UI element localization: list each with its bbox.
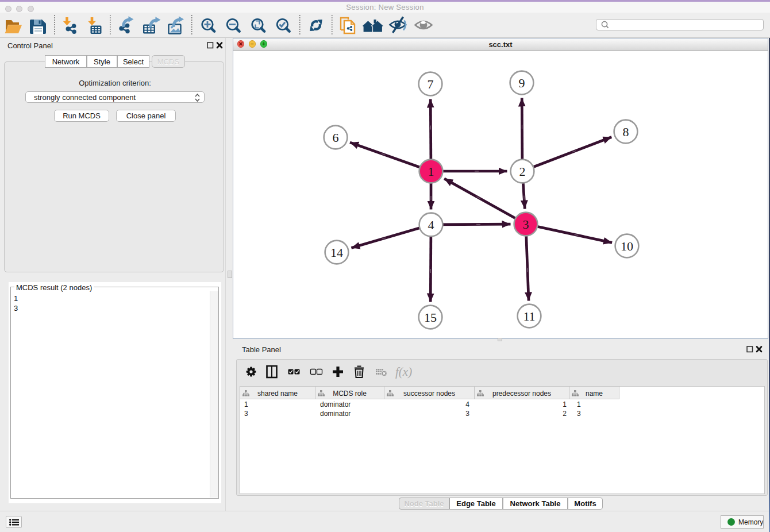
svg-text:2: 2 [519, 164, 526, 179]
svg-text:14: 14 [330, 245, 343, 260]
svg-text:3: 3 [523, 217, 529, 232]
svg-text:6: 6 [333, 130, 339, 145]
svg-text:15: 15 [424, 310, 437, 325]
svg-text:10: 10 [621, 239, 633, 253]
svg-text:11: 11 [523, 309, 535, 323]
svg-text:9: 9 [519, 76, 525, 90]
svg-text:f(x): f(x) [395, 365, 412, 379]
svg-text:8: 8 [623, 125, 629, 139]
svg-text:4: 4 [428, 218, 434, 232]
svg-text:7: 7 [428, 77, 434, 91]
svg-text:1: 1 [428, 164, 434, 179]
